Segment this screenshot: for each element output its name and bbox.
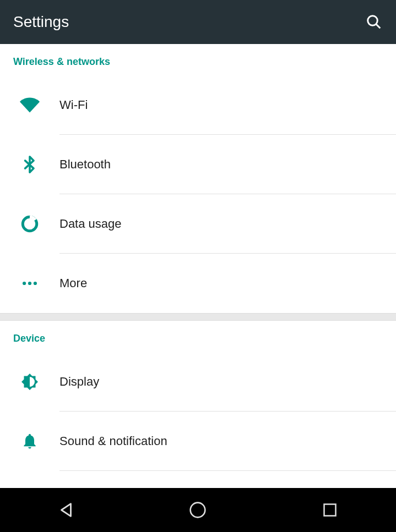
settings-content: Wireless & networks Wi-Fi Bluetooth	[0, 44, 396, 488]
section-device: Device Display Sound & notification	[0, 321, 396, 471]
settings-item-wifi[interactable]: Wi-Fi	[0, 75, 396, 135]
settings-item-label: Display	[59, 375, 99, 389]
settings-item-sound-notification[interactable]: Sound & notification	[0, 412, 396, 471]
settings-item-label: Sound & notification	[59, 434, 167, 448]
notification-icon	[0, 432, 59, 450]
bluetooth-icon	[0, 155, 59, 174]
settings-item-more[interactable]: More	[0, 254, 396, 313]
svg-point-5	[34, 282, 37, 285]
settings-item-label: Wi-Fi	[59, 98, 88, 112]
wifi-icon	[0, 95, 59, 115]
settings-item-display[interactable]: Display	[0, 352, 396, 412]
search-button[interactable]	[365, 13, 383, 31]
recent-apps-button[interactable]	[291, 488, 368, 532]
search-icon	[366, 14, 382, 30]
section-header: Device	[0, 321, 396, 352]
svg-point-6	[191, 503, 205, 518]
settings-item-label: Data usage	[59, 217, 122, 231]
home-icon	[189, 501, 207, 519]
svg-point-3	[23, 282, 26, 285]
svg-point-4	[28, 282, 31, 285]
section-header: Wireless & networks	[0, 44, 396, 75]
navigation-bar	[0, 488, 396, 532]
data-usage-icon	[0, 215, 59, 233]
section-divider	[0, 313, 396, 321]
settings-item-label: Bluetooth	[59, 157, 111, 172]
section-wireless-networks: Wireless & networks Wi-Fi Bluetooth	[0, 44, 396, 313]
back-button[interactable]	[28, 488, 105, 532]
svg-line-1	[376, 24, 381, 29]
more-icon	[0, 274, 59, 293]
display-icon	[0, 372, 59, 392]
settings-item-data-usage[interactable]: Data usage	[0, 194, 396, 254]
settings-item-label: More	[59, 276, 87, 290]
home-button[interactable]	[159, 488, 236, 532]
settings-item-bluetooth[interactable]: Bluetooth	[0, 135, 396, 194]
svg-rect-7	[324, 504, 336, 516]
recent-apps-icon	[322, 502, 338, 518]
app-bar: Settings	[0, 0, 396, 44]
back-icon	[57, 501, 75, 519]
page-title: Settings	[13, 13, 69, 31]
svg-point-0	[368, 16, 378, 26]
